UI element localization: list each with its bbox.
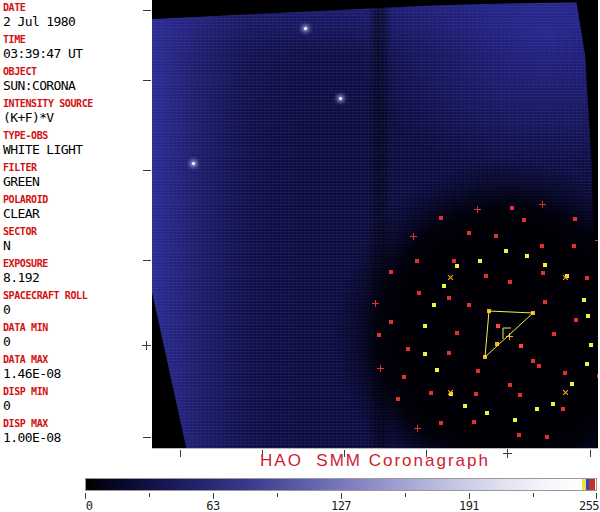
metadata-field: DATA MAX1.46E-08 [0, 354, 152, 386]
field-label: DATA MAX [3, 354, 152, 366]
field-value: (K+F)*V [3, 110, 152, 125]
field-label: TYPE-OBS [3, 130, 152, 142]
field-label: POLAROID [3, 194, 152, 206]
field-value: 0 [3, 302, 152, 317]
colorbar-minor-tick [533, 493, 534, 497]
metadata-field: DATE2 Jul 1980 [0, 2, 152, 34]
app-window: { "theme": { "label_red": "#d40f0f", "ti… [0, 0, 600, 512]
field-value: 0 [3, 398, 152, 413]
colorbar-minor-tick [405, 493, 406, 497]
field-value: 0 [3, 334, 152, 349]
field-label: DATA MIN [3, 322, 152, 334]
metadata-panel: DATE2 Jul 1980TIME03:39:47 UTOBJECTSUN:C… [0, 0, 152, 448]
metadata-field: TYPE-OBSWHITE LIGHT [0, 130, 152, 162]
edge-mark-left [143, 10, 151, 11]
field-label: TIME [3, 34, 152, 46]
metadata-field: OBJECTSUN:CORONA [0, 66, 152, 98]
field-value: GREEN [3, 174, 152, 189]
metadata-field: SPACECRAFT ROLL0 [0, 290, 152, 322]
colorbar-tick-label: 63 [206, 499, 219, 512]
edge-mark-left [143, 80, 151, 81]
metadata-field: DISP MIN0 [0, 386, 152, 418]
field-value: 8.192 [3, 270, 152, 285]
metadata-field: SECTORN [0, 226, 152, 258]
field-label: DISP MIN [3, 386, 152, 398]
field-value: 2 Jul 1980 [3, 14, 152, 29]
coronagraph-image [152, 0, 598, 449]
field-label: DISP MAX [3, 418, 152, 430]
edge-mark-left [142, 341, 151, 350]
colorbar-tick-label: 0 [86, 499, 93, 512]
colorbar-minor-tick [277, 493, 278, 497]
field-label: EXPOSURE [3, 258, 152, 270]
edge-mark-left [143, 260, 151, 261]
field-label: INTENSITY SOURCE [3, 98, 152, 110]
polygon-overlay [152, 0, 598, 448]
field-value: 1.46E-08 [3, 366, 152, 381]
metadata-field: POLAROIDCLEAR [0, 194, 152, 226]
metadata-field: EXPOSURE8.192 [0, 258, 152, 290]
colorbar-tick-label: 127 [331, 499, 351, 512]
image-title: HAO SMM Coronagraph [152, 451, 598, 471]
overlay-polygon-outline [485, 311, 533, 357]
field-value: 03:39:47 UT [3, 46, 152, 61]
field-value: SUN:CORONA [3, 78, 152, 93]
colorbar-tick-label: 191 [459, 499, 479, 512]
field-value: CLEAR [3, 206, 152, 221]
metadata-field: DATA MIN0 [0, 322, 152, 354]
metadata-field: FILTERGREEN [0, 162, 152, 194]
edge-mark-left [143, 170, 151, 171]
intensity-colorbar [85, 478, 597, 491]
field-label: OBJECT [3, 66, 152, 78]
field-label: DATE [3, 2, 152, 14]
field-label: SECTOR [3, 226, 152, 238]
field-value: WHITE LIGHT [3, 142, 152, 157]
metadata-field: DISP MAX1.00E-08 [0, 418, 152, 450]
metadata-field: INTENSITY SOURCE(K+F)*V [0, 98, 152, 130]
field-value: N [3, 238, 152, 253]
edge-mark-left [143, 437, 151, 438]
field-label: SPACECRAFT ROLL [3, 290, 152, 302]
colorbar-minor-tick [149, 493, 150, 497]
field-label: FILTER [3, 162, 152, 174]
field-value: 1.00E-08 [3, 430, 152, 445]
colorbar-tick-label: 255 [579, 499, 599, 512]
metadata-field: TIME03:39:47 UT [0, 34, 152, 66]
